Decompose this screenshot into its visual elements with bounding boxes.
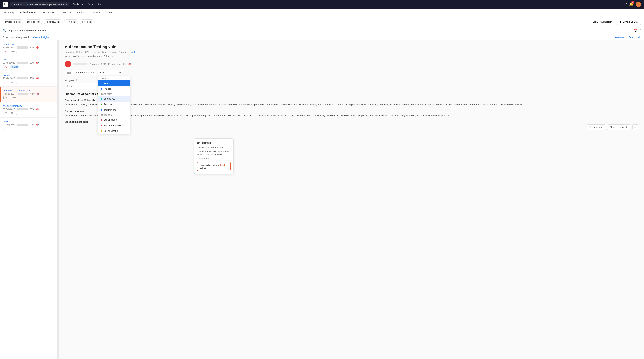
assignee-section: Assignee 👁 <box>65 79 638 89</box>
submission-title: Authentication Testing vuln <box>65 44 638 49</box>
copy-icon[interactable]: ⧉ <box>112 55 114 58</box>
subscribe-button[interactable]: ☆ Subscribe <box>587 124 606 130</box>
subnav: Summary Submissions Researchers Rewards … <box>0 8 644 17</box>
dropdown-label: Not reproducible <box>104 124 120 127</box>
dropdown-label: New <box>104 82 108 85</box>
submission-meta: 03 Aug 2023 · · 93% · 🎯 <box>3 124 54 126</box>
priority-percentile-icon: 🎯 <box>128 63 131 66</box>
dropdown-item-triaged[interactable]: Triaged <box>98 86 130 92</box>
filter-blocked[interactable]: Blocked 0 <box>25 20 42 24</box>
dropdown-item-not-reproducible[interactable]: Not reproducible <box>98 122 130 128</box>
search-input[interactable] <box>8 29 632 32</box>
author-info: Accuracy (93%) Priority percentile 🎯 <box>73 62 131 66</box>
dropdown-item-new[interactable]: New <box>98 80 130 86</box>
close-icon[interactable]: ✕ <box>638 28 641 32</box>
priority-tag: P1 <box>3 65 8 68</box>
status-dot-red <box>100 119 102 120</box>
last-activity: Last activity a year ago <box>92 51 116 53</box>
tab-submissions[interactable]: Submissions <box>20 8 36 17</box>
submission-item[interactable]: dffdsg 03 Aug 2023 · · 93% · 🎯 New <box>0 118 57 133</box>
filter-processing[interactable]: Processing 7 <box>3 20 23 24</box>
dashboard-link[interactable]: Dashboard <box>73 3 85 6</box>
dropdown-label: Informational <box>104 108 117 111</box>
dropdown-item-not-applicable[interactable]: Not applicable <box>98 128 130 134</box>
assignee-search-input[interactable] <box>65 83 100 89</box>
topnav-icons: ? 🔔 17 <box>625 2 641 7</box>
submission-item[interactable]: another sub 28 Mar 2023 · · 93% · 🎯 P1 N… <box>0 40 57 56</box>
download-csv-label: Download CSV <box>622 20 638 23</box>
notification-icon[interactable]: 🔔 17 <box>629 2 633 6</box>
dropdown-item-informational[interactable]: Informational <box>98 107 130 113</box>
panel-resize-handle[interactable]: ⋮ <box>58 40 59 359</box>
dropdown-item-out-of-scope[interactable]: Out of scope <box>98 117 130 122</box>
create-submission-button[interactable]: Create Submission <box>590 19 616 25</box>
submission-content: Disclosure of Secrets fo Overview of the… <box>65 92 638 123</box>
submission-item-active[interactable]: Authentication Testing vuln 15 Feb 2023 … <box>0 86 57 102</box>
logo: B <box>3 2 8 7</box>
download-csv-button[interactable]: ⬇ Download CSV <box>617 19 641 25</box>
submission-title: dffdsg <box>3 120 54 123</box>
star-icon: ☆ <box>590 126 592 128</box>
submission-item[interactable]: asdf 08 Aug 2023 · · 93% · 🎯 P1 Triaged <box>0 56 57 71</box>
tab-settings[interactable]: Settings <box>106 8 116 17</box>
filter-blocked-count: 0 <box>37 21 40 23</box>
tab-reports[interactable]: Reports <box>91 8 101 17</box>
submission-item[interactable]: my title 28 Mar 2023 · · 93% · 🎯 P1 New <box>0 71 57 86</box>
action-buttons: ☆ Subscribe Mark as duplicate ··· <box>587 124 638 130</box>
organization-link[interactable]: Organization <box>88 3 102 6</box>
platform-label: Platform <box>118 51 127 53</box>
status-tag: New <box>10 81 17 84</box>
submission-meta: 15 Feb 2023 · · 93% · 🎯 <box>4 92 54 95</box>
filter-to-fix[interactable]: To fix 0 <box>64 20 78 24</box>
priority-tag: P5 <box>4 96 9 99</box>
filter-to-review-label: To review <box>46 20 56 23</box>
more-actions-button[interactable]: ··· <box>632 124 638 130</box>
state-selector[interactable]: New | ▾ <box>98 70 123 75</box>
status-tag: New <box>10 96 17 99</box>
submission-item[interactable]: check vulnerability 20 Feb 2023 · · 93% … <box>0 102 57 118</box>
save-search-link[interactable]: Save search <box>614 36 627 39</box>
assignee-label: Assignee 👁 <box>65 79 638 82</box>
tab-rewards[interactable]: Rewards <box>61 8 72 17</box>
searchbar: 🔍 📅 ✕ <box>0 27 644 34</box>
priority-selector[interactable]: P5 | —Informational ✕ ▾ <box>65 70 96 75</box>
dropdown-label: Triaged <box>104 88 112 90</box>
filter-to-review[interactable]: To review 1 <box>44 20 62 24</box>
search-help-link[interactable]: Search help <box>629 36 641 39</box>
logo-text: B <box>4 3 6 6</box>
calendar-icon[interactable]: 📅 <box>634 29 637 32</box>
topnav: B Redama LLC ✓ Pentest with engagements … <box>0 0 644 8</box>
clear-priority-icon[interactable]: ✕ <box>90 71 92 74</box>
submission-meta: 28 Mar 2023 · · 93% · 🎯 <box>3 77 54 80</box>
filter-fixed[interactable]: Fixed 0 <box>80 20 94 24</box>
submissions-list: another sub 28 Mar 2023 · · 93% · 🎯 P1 N… <box>0 40 58 359</box>
scope-name: Pentest with engagements scope <box>30 3 64 6</box>
state-dropdown: OPEN New Triaged ACCEPTED Unresolved <box>98 76 130 134</box>
submission-tags: P1 New <box>3 81 54 84</box>
topnav-links: Dashboard Organization <box>73 3 102 6</box>
filter-to-review-count: 1 <box>57 21 60 23</box>
dropdown-item-unresolved[interactable]: Unresolved <box>98 96 130 102</box>
filter-processing-label: Processing <box>5 20 17 23</box>
brief-link[interactable]: Brief <box>130 51 135 53</box>
status-dot-green <box>100 104 102 105</box>
submission-tags: P5 New <box>3 112 54 115</box>
status-dot-blue <box>100 88 102 90</box>
tab-insights[interactable]: Insights <box>76 8 86 17</box>
results-count: 8 results matching search <box>3 36 30 39</box>
status-row: P5 | —Informational ✕ ▾ New | ▾ OPEN New <box>65 70 638 75</box>
dropdown-item-resolved[interactable]: Resolved <box>98 102 130 107</box>
dropdown-label: Not applicable <box>104 130 118 132</box>
impact-text: Disclosure of secrets can lead to ind...… <box>65 114 638 118</box>
view-in-insights-link[interactable]: View in Insights <box>33 36 49 39</box>
user-avatar[interactable] <box>636 2 641 7</box>
author-avatar <box>65 61 71 67</box>
points-highlight: 5-40 <box>220 164 225 166</box>
steps-title: Steps to Reproduce <box>65 120 638 123</box>
org-selector[interactable]: Redama LLC ✓ Pentest with engagements sc… <box>10 2 69 6</box>
mark-duplicate-button[interactable]: Mark as duplicate <box>607 124 631 130</box>
tab-researchers[interactable]: Researchers <box>41 8 56 17</box>
submission-meta: 28 Mar 2023 · · 93% · 🎯 <box>3 46 54 49</box>
tab-summary[interactable]: Summary <box>3 8 15 17</box>
help-icon[interactable]: ? <box>625 2 627 6</box>
